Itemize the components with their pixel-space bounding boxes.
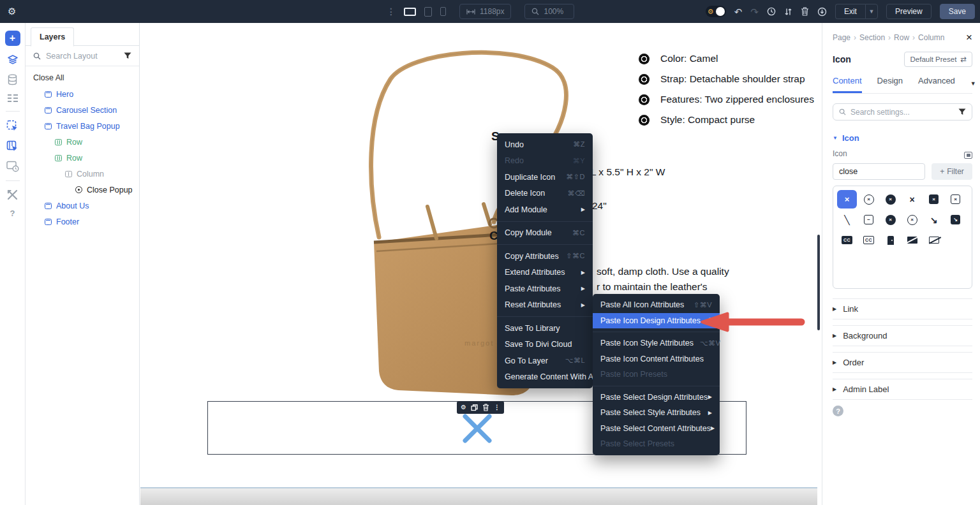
portability-icon[interactable] [817,7,827,17]
menu-item[interactable]: Extend Attributes ▶ [497,265,593,281]
menu-item[interactable]: Delete Icon ⌘⌫ ▶ [497,186,593,202]
settings-search-input[interactable] [850,108,954,117]
preview-button[interactable]: Preview [886,4,932,19]
database-icon[interactable] [7,74,18,85]
history-icon[interactable] [767,7,776,16]
settings-tab[interactable]: Advanced [918,76,955,93]
layers-search-input[interactable] [46,52,119,61]
menu-item[interactable]: Redo ⌘Y ▶ [497,153,593,170]
canvas-zoom-field[interactable]: 100% [524,4,574,19]
panel-help-icon[interactable]: ? [833,406,843,416]
icon-grid-cell[interactable]: CC [859,231,879,249]
layers-icon[interactable] [7,54,19,66]
default-preset-button[interactable]: Default Preset ⇄ [904,52,972,67]
menu-item[interactable]: Copy Attributes ⇧⌘C ▶ [497,248,593,265]
icon-grid-cell[interactable]: × [946,190,965,209]
icon-section-header[interactable]: ▼ Icon [833,133,972,143]
icon-grid-cell[interactable]: × [880,190,900,209]
help-icon[interactable]: ? [10,209,15,218]
module-settings-gear-icon[interactable]: ⚙ [461,404,466,411]
tab-layers[interactable]: Layers [31,27,74,47]
canvas-scrollbar[interactable] [817,235,820,330]
submenu-item[interactable]: Paste Select Design Attributes ▶ [593,390,720,406]
icon-grid-cell[interactable]: ╲ [837,210,857,229]
close-all-link[interactable]: Close All [26,66,139,86]
settings-tab[interactable]: Content [833,76,862,93]
close-panel-icon[interactable]: × [966,32,972,43]
submenu-item[interactable]: Paste Icon Style Attributes ⌥⌘V ▶ [593,335,720,351]
submenu-item[interactable]: Paste Select Style Attributes ▶ [593,405,720,421]
wireframe-list-icon[interactable] [7,94,19,103]
undo-icon[interactable]: ↶ [734,7,743,17]
tablet-view-icon[interactable] [424,7,432,17]
icon-search-input[interactable] [833,163,925,180]
icon-grid-cell[interactable]: × [902,210,922,229]
icon-grid-cell[interactable] [880,231,900,249]
icon-grid-cell[interactable]: − [859,210,879,229]
settings-section-row[interactable]: ▶ Background [833,325,972,346]
filter-funnel-icon[interactable] [124,52,131,59]
icon-grid-cell[interactable]: CC [837,231,857,249]
page-settings-gear-icon[interactable]: ⚙ [8,6,16,17]
menu-item[interactable]: Add Module ▶ [497,201,593,218]
layer-tree-item[interactable]: Column [26,166,139,182]
layer-tree-item[interactable]: Hero [26,86,139,102]
icon-grid-cell[interactable]: × [902,190,922,209]
responsive-options-icon[interactable] [964,152,972,159]
icon-grid-cell[interactable] [924,231,944,249]
module-delete-trash-icon[interactable] [482,404,489,411]
settings-section-row[interactable]: ▶ Admin Label [833,379,972,400]
icon-grid-cell[interactable]: × [859,190,879,209]
module-more-options-icon[interactable]: ⋮ [494,404,500,411]
menu-item[interactable]: Undo ⌘Z ▶ [497,136,593,153]
menu-item[interactable]: Save To Divi Cloud ▶ [497,337,593,353]
layer-tree-item[interactable]: Footer [26,214,139,230]
phone-view-icon[interactable] [440,7,446,16]
breadcrumb-item[interactable]: Column [918,33,951,42]
ai-assist-toggle[interactable]: ⚙ [706,6,726,17]
icon-grid-cell[interactable]: × [880,210,900,229]
menu-item[interactable]: Duplicate Icon ⌘⇧D ▶ [497,169,593,186]
add-module-plus-button[interactable]: + [5,31,20,46]
layer-tree-item[interactable]: Travel Bag Popup [26,118,139,134]
submenu-item[interactable]: Paste Icon Content Attributes ▶ [593,351,720,367]
desktop-view-icon[interactable] [404,8,416,16]
breadcrumb-item[interactable]: Section [859,33,894,42]
settings-section-row[interactable]: ▶ Link [833,298,972,319]
submenu-item[interactable]: Paste Icon Presets ▶ [593,367,720,383]
icon-grid-cell[interactable]: × [924,190,944,209]
icon-grid-cell[interactable]: ↘ [946,210,965,229]
sort-layers-icon[interactable] [784,8,792,16]
menu-item[interactable]: Copy Module ⌘C ▶ [497,225,593,242]
layer-tree-item[interactable]: Row [26,134,139,150]
submenu-item[interactable]: Paste Select Presets ▶ [593,436,720,452]
submenu-item[interactable]: Paste All Icon Attributes ⇧⌘V ▶ [593,297,720,313]
submenu-item[interactable]: Paste Select Content Attributes ▶ [593,421,720,437]
filter-funnel-icon[interactable] [958,108,966,115]
tabs-dropdown-caret[interactable]: ▼ [970,80,976,87]
icon-grid-cell[interactable]: × [837,190,857,209]
redo-icon[interactable]: ↷ [750,7,759,17]
menu-item[interactable]: Reset Attributes ▶ [497,297,593,314]
module-duplicate-icon[interactable] [471,404,478,411]
menu-item[interactable]: Save To Library ▶ [497,320,593,337]
developer-tools-icon[interactable] [7,189,18,200]
layer-tree-item[interactable]: About Us [26,198,139,214]
layer-tree-item[interactable]: Carousel Section [26,102,139,118]
breadcrumb-item[interactable]: Page [833,33,859,42]
close-popup-icon-module[interactable] [460,411,494,446]
exit-dropdown-caret[interactable]: ▼ [865,4,878,19]
page-settings-history-icon[interactable] [6,161,19,172]
settings-tab[interactable]: Design [877,76,903,93]
insert-module-icon[interactable] [6,120,19,132]
breadcrumb-item[interactable]: Row [894,33,918,42]
menu-item[interactable]: Generate Content With AI ▶ [497,369,593,386]
toolbar-drag-handle-icon[interactable]: ⋮ [387,6,396,17]
layer-tree-item[interactable]: Row [26,150,139,166]
layer-tree-item[interactable]: Close Popup [26,182,139,198]
insert-row-icon[interactable] [6,140,19,152]
canvas-width-field[interactable]: 1188px [459,4,511,19]
menu-item[interactable]: Go To Layer ⌥⌘L ▶ [497,353,593,369]
exit-button[interactable]: Exit [835,4,865,19]
icon-grid-cell[interactable] [902,231,922,249]
